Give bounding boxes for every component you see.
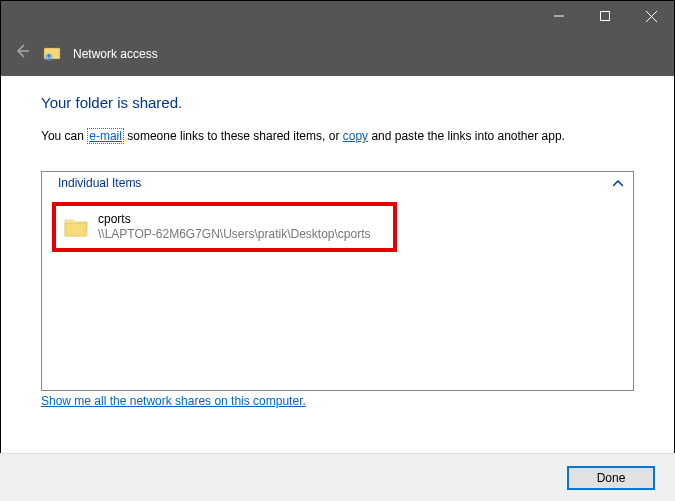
chevron-up-icon xyxy=(613,177,623,189)
items-panel: Individual Items cports \\LAPTOP-62M6G7G… xyxy=(41,171,634,391)
window-title: Network access xyxy=(73,47,158,61)
panel-header[interactable]: Individual Items xyxy=(42,172,633,194)
panel-body: cports \\LAPTOP-62M6G7GN\Users\pratik\De… xyxy=(42,194,633,390)
maximize-button[interactable] xyxy=(582,1,628,31)
item-name: cports xyxy=(98,212,371,227)
headerbar: Network access xyxy=(1,31,674,76)
content-area: Your folder is shared. You can e-mail so… xyxy=(1,76,674,418)
panel-header-label: Individual Items xyxy=(58,176,141,190)
close-button[interactable] xyxy=(628,1,674,31)
done-button[interactable]: Done xyxy=(567,466,655,490)
desc-suffix: and paste the links into another app. xyxy=(368,129,565,143)
email-link[interactable]: e-mail xyxy=(87,128,124,144)
titlebar xyxy=(1,1,674,31)
show-all-shares-link[interactable]: Show me all the network shares on this c… xyxy=(41,394,306,408)
shared-item-row[interactable]: cports \\LAPTOP-62M6G7GN\Users\pratik\De… xyxy=(52,202,397,252)
desc-prefix: You can xyxy=(41,129,87,143)
description-text: You can e-mail someone links to these sh… xyxy=(41,129,634,143)
svg-point-7 xyxy=(48,54,51,57)
folder-icon xyxy=(64,216,88,238)
minimize-button[interactable] xyxy=(536,1,582,31)
footer: Done xyxy=(0,453,675,501)
item-path: \\LAPTOP-62M6G7GN\Users\pratik\Desktop\c… xyxy=(98,227,371,242)
item-texts: cports \\LAPTOP-62M6G7GN\Users\pratik\De… xyxy=(98,212,371,242)
back-arrow-icon[interactable] xyxy=(13,42,31,65)
desc-middle: someone links to these shared items, or xyxy=(124,129,343,143)
page-heading: Your folder is shared. xyxy=(41,94,634,111)
copy-link[interactable]: copy xyxy=(343,129,368,143)
svg-rect-1 xyxy=(601,12,610,21)
network-access-icon xyxy=(43,45,61,63)
